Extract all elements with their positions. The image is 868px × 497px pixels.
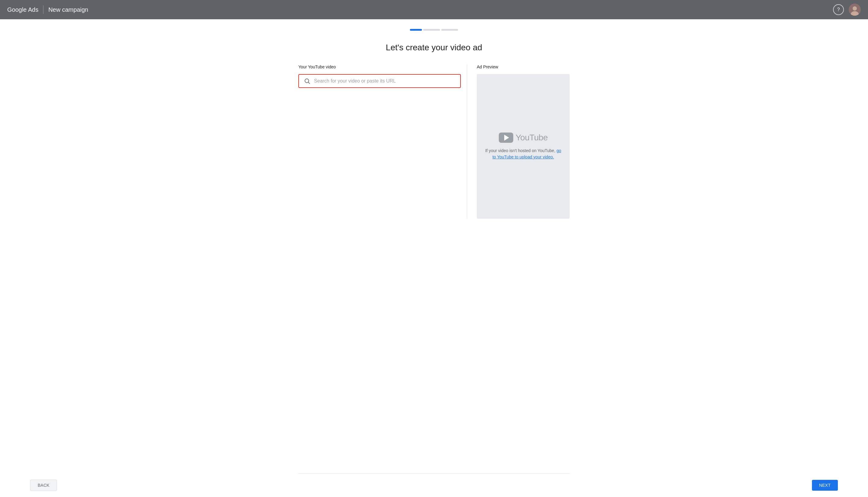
- header: Google Ads New campaign ?: [0, 0, 868, 19]
- video-search-input[interactable]: [314, 78, 456, 84]
- youtube-play-triangle: [504, 134, 509, 141]
- progress-segment-1: [410, 29, 422, 31]
- content-area: Your YouTube video Ad Preview: [298, 65, 570, 219]
- next-button[interactable]: NEXT: [812, 480, 838, 491]
- ad-preview-box: YouTube If your video isn't hosted on Yo…: [477, 74, 570, 219]
- bottom-bar: BACK NEXT: [0, 473, 868, 497]
- header-divider: [43, 5, 43, 14]
- youtube-logo: YouTube: [499, 132, 548, 143]
- help-icon: ?: [837, 7, 840, 12]
- youtube-text: YouTube: [516, 133, 548, 142]
- search-icon: [304, 78, 310, 84]
- logo-text: Google Ads: [7, 6, 38, 13]
- video-search-box[interactable]: [298, 74, 461, 88]
- page-title: Let's create your video ad: [386, 43, 482, 53]
- header-title: New campaign: [48, 6, 88, 13]
- ad-preview-label: Ad Preview: [477, 65, 570, 69]
- svg-line-4: [308, 82, 309, 83]
- help-button[interactable]: ?: [833, 4, 844, 15]
- header-logo: Google Ads: [7, 6, 38, 13]
- right-panel: Ad Preview YouTube If your video isn't h…: [467, 65, 570, 219]
- avatar[interactable]: [849, 4, 861, 16]
- back-button[interactable]: BACK: [30, 480, 57, 491]
- preview-message: If your video isn't hosted on YouTube, g…: [484, 147, 562, 160]
- youtube-play-icon: [499, 132, 513, 143]
- svg-point-1: [853, 6, 857, 11]
- progress-segment-3: [441, 29, 458, 31]
- bottom-area: BACK NEXT: [0, 473, 868, 497]
- avatar-image: [849, 4, 861, 16]
- youtube-section-label: Your YouTube video: [298, 65, 461, 69]
- progress-segment-2: [423, 29, 440, 31]
- left-panel: Your YouTube video: [298, 65, 467, 219]
- progress-bar: [410, 29, 458, 31]
- preview-message-text: If your video isn't hosted on YouTube,: [485, 148, 556, 153]
- main-content: Let's create your video ad Your YouTube …: [0, 19, 868, 473]
